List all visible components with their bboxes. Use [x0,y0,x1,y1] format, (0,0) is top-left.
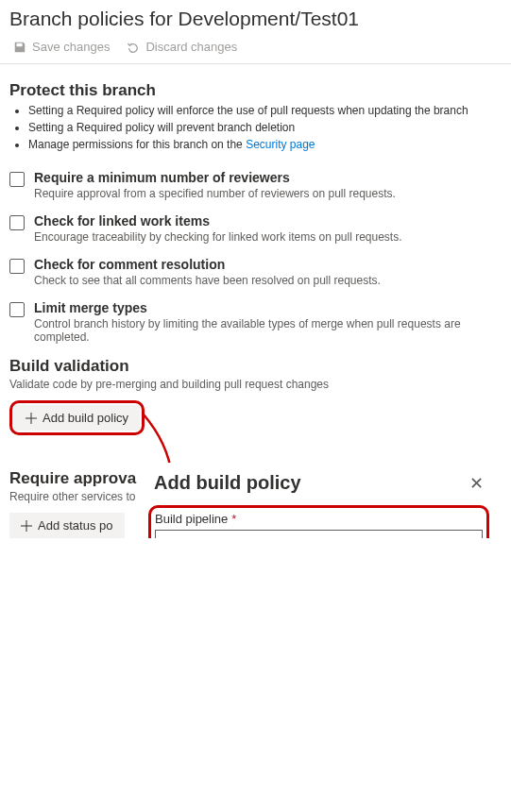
reviewers-checkbox[interactable] [9,172,25,187]
comments-title: Check for comment resolution [34,257,381,272]
toolbar: Save changes Discard changes [0,34,511,64]
reviewers-title: Require a minimum number of reviewers [34,170,396,185]
comments-checkbox[interactable] [9,259,25,274]
plus-icon [26,413,37,424]
build-pipeline-select[interactable] [155,530,483,538]
discard-button[interactable]: Discard changes [127,40,237,54]
undo-icon [127,41,140,54]
merge-checkbox[interactable] [9,302,25,317]
dialog-title: Add build policy [154,472,301,494]
workitems-title: Check for linked work items [34,213,402,228]
add-build-policy-dialog: Add build policy ✕ Build pipeline * Path… [137,463,501,538]
build-pipeline-label: Build pipeline * [155,512,483,526]
protect-heading: Protect this branch [9,81,502,100]
annotation-highlight-addbuild: Add build policy [9,400,145,435]
comments-desc: Check to see that all comments have been… [34,274,381,287]
save-button[interactable]: Save changes [13,40,110,54]
reviewers-desc: Require approval from a specified number… [34,187,396,200]
protect-bullets: Setting a Required policy will enforce t… [9,102,502,153]
build-validation-desc: Validate code by pre-merging and buildin… [9,378,502,391]
merge-title: Limit merge types [34,300,502,315]
workitems-checkbox[interactable] [9,215,25,230]
workitems-desc: Encourage traceability by checking for l… [34,230,402,244]
close-icon[interactable]: ✕ [469,473,484,494]
add-build-policy-button[interactable]: Add build policy [14,405,140,431]
annotation-highlight-pipeline: Build pipeline * [148,505,489,538]
build-validation-heading: Build validation [9,357,502,376]
plus-icon [21,520,32,532]
page-title: Branch policies for Development/Test01 [0,0,511,34]
add-status-policy-button[interactable]: Add status po [9,513,125,538]
security-page-link[interactable]: Security page [246,138,315,151]
merge-desc: Control branch history by limiting the a… [34,317,502,344]
save-icon [13,41,26,54]
